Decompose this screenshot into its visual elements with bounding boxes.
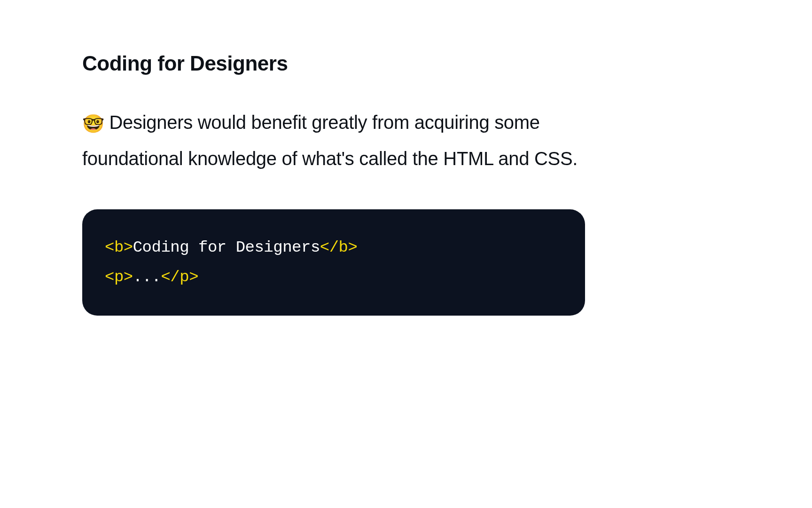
code-content: Coding for Designers: [133, 238, 320, 256]
paragraph-text: Designers would benefit greatly from acq…: [82, 112, 578, 169]
code-line-2: <p>...</p>: [105, 262, 562, 292]
article-paragraph: 🤓 Designers would benefit greatly from a…: [82, 104, 585, 176]
nerd-face-emoji-icon: 🤓: [82, 114, 104, 134]
code-open-tag: <p>: [105, 268, 133, 286]
article-heading: Coding for Designers: [82, 52, 585, 75]
code-close-tag: </p>: [161, 268, 198, 286]
code-block: <b>Coding for Designers</b> <p>...</p>: [82, 209, 585, 316]
code-line-1: <b>Coding for Designers</b>: [105, 233, 562, 262]
article-content: Coding for Designers 🤓 Designers would b…: [82, 52, 585, 316]
code-content: ...: [133, 268, 161, 286]
code-open-tag: <b>: [105, 238, 133, 256]
code-close-tag: </b>: [320, 238, 358, 256]
